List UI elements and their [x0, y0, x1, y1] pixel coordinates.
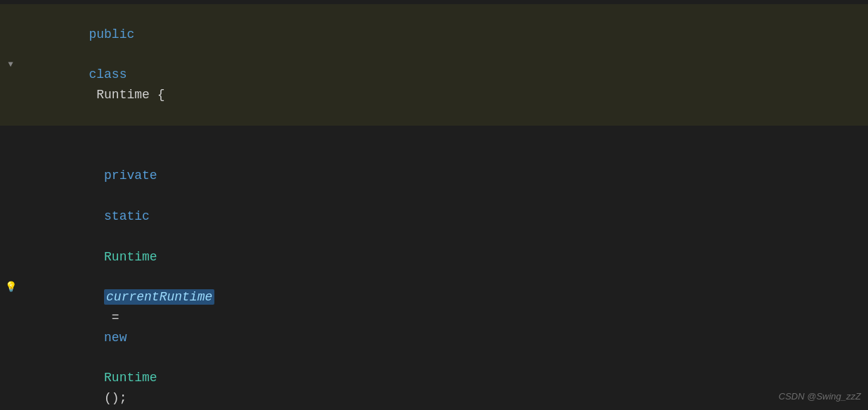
keyword-new: new: [104, 331, 127, 345]
highlighted-var: currentRuntime: [104, 289, 214, 305]
line-content-1: public class Runtime {: [21, 4, 854, 126]
type-runtime-2: Runtime: [104, 371, 157, 385]
keyword-private: private: [104, 168, 157, 183]
line-gutter-1[interactable]: ▼: [0, 58, 21, 72]
code-line-1: ▼ public class Runtime {: [0, 4, 868, 126]
type-runtime: Runtime: [104, 250, 157, 264]
code-editor: ▼ public class Runtime { 💡 private stati…: [0, 0, 868, 410]
fold-icon-1[interactable]: ▼: [8, 58, 13, 72]
line-content-2: private static Runtime currentRuntime = …: [21, 126, 854, 410]
line-gutter-2: 💡: [0, 279, 21, 295]
keyword-class: class: [89, 67, 127, 81]
keyword-public: public: [89, 27, 134, 41]
keyword-static: static: [104, 209, 150, 223]
bulb-icon[interactable]: 💡: [5, 279, 17, 295]
code-lines: ▼ public class Runtime { 💡 private stati…: [0, 0, 868, 410]
watermark: CSDN @Swing_zzZ: [779, 390, 861, 404]
code-line-2: 💡 private static Runtime currentRuntime …: [0, 126, 868, 410]
